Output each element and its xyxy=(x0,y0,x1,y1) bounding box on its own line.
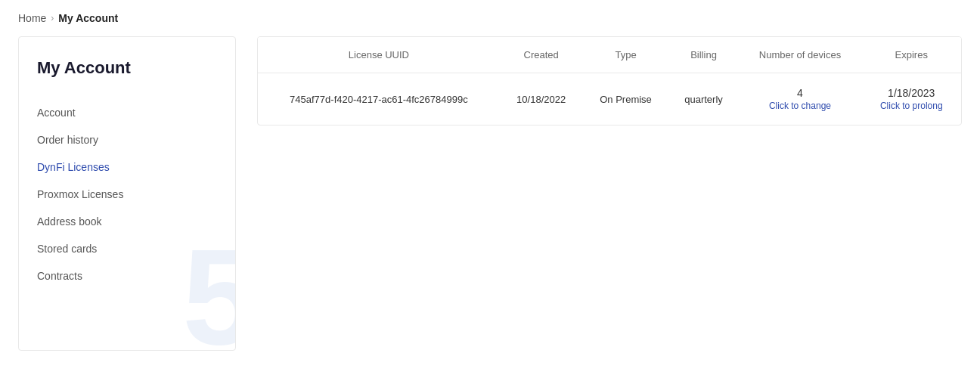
click-to-prolong-link[interactable]: Click to prolong xyxy=(880,101,943,111)
devices-count: 4 xyxy=(797,87,803,99)
cell-devices: 4 Click to change xyxy=(738,73,861,125)
col-header-type: Type xyxy=(583,37,669,73)
cell-expires: 1/18/2023 Click to prolong xyxy=(862,73,962,125)
sidebar-item-proxmox-licenses[interactable]: Proxmox Licenses xyxy=(37,181,217,208)
cell-billing: quarterly xyxy=(669,73,739,125)
licenses-table: License UUID Created Type Billing Number… xyxy=(258,37,961,125)
sidebar-item-stored-cards[interactable]: Stored cards xyxy=(37,235,217,262)
licenses-table-container: License UUID Created Type Billing Number… xyxy=(257,36,962,125)
breadcrumb-current: My Account xyxy=(58,12,118,24)
cell-uuid: 745af77d-f420-4217-ac61-4fc26784999c xyxy=(258,73,500,125)
main-content: License UUID Created Type Billing Number… xyxy=(236,36,962,351)
sidebar: My Account Account Order history DynFi L… xyxy=(18,36,236,351)
sidebar-item-account[interactable]: Account xyxy=(37,99,217,126)
col-header-num-devices: Number of devices xyxy=(738,37,861,73)
col-header-billing: Billing xyxy=(669,37,739,73)
sidebar-item-contracts[interactable]: Contracts xyxy=(37,262,217,290)
col-header-created: Created xyxy=(500,37,583,73)
page-layout: My Account Account Order history DynFi L… xyxy=(0,36,980,369)
table-header-row: License UUID Created Type Billing Number… xyxy=(258,37,961,73)
table-row: 745af77d-f420-4217-ac61-4fc26784999c 10/… xyxy=(258,73,961,125)
click-to-change-link[interactable]: Click to change xyxy=(769,101,831,111)
sidebar-item-dynfi-licenses[interactable]: DynFi Licenses xyxy=(37,153,217,181)
cell-created: 10/18/2022 xyxy=(500,73,583,125)
breadcrumb-home[interactable]: Home xyxy=(18,12,46,24)
sidebar-title: My Account xyxy=(37,58,217,78)
sidebar-item-order-history[interactable]: Order history xyxy=(37,126,217,153)
col-header-expires: Expires xyxy=(862,37,962,73)
sidebar-item-address-book[interactable]: Address book xyxy=(37,208,217,235)
expires-date: 1/18/2023 xyxy=(888,87,935,99)
breadcrumb-separator: › xyxy=(51,13,54,23)
col-header-license-uuid: License UUID xyxy=(258,37,500,73)
breadcrumb: Home › My Account xyxy=(0,0,980,36)
sidebar-nav: Account Order history DynFi Licenses Pro… xyxy=(37,99,217,290)
cell-type: On Premise xyxy=(583,73,669,125)
